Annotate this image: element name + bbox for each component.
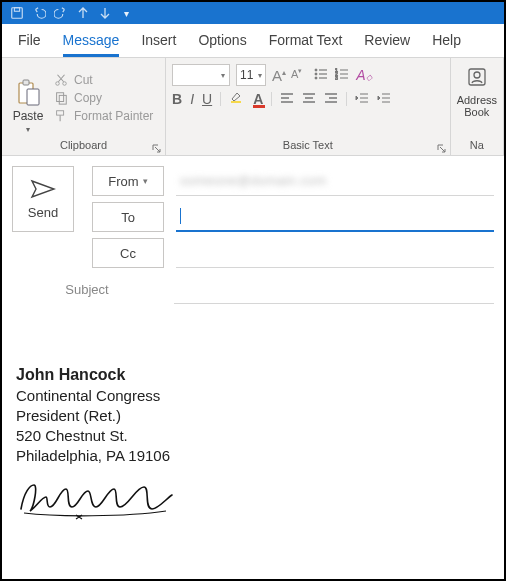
svg-rect-1	[14, 8, 19, 12]
chevron-down-icon: ▾	[143, 176, 148, 186]
tab-message[interactable]: Message	[63, 32, 120, 57]
from-button[interactable]: From ▾	[92, 166, 164, 196]
svg-point-5	[56, 82, 60, 86]
tab-options[interactable]: Options	[198, 32, 246, 57]
grow-font-icon[interactable]: A▴	[272, 67, 286, 84]
align-right-icon[interactable]	[324, 91, 338, 107]
copy-label: Copy	[74, 91, 102, 105]
shrink-font-icon[interactable]: A▾	[291, 67, 302, 84]
signature-line: 520 Chestnut St.	[16, 426, 490, 446]
svg-rect-8	[59, 95, 66, 104]
cc-label: Cc	[120, 246, 136, 261]
align-center-icon[interactable]	[302, 91, 316, 107]
ribbon: Paste ▾ Cut Copy Format Painter Clipboar…	[2, 58, 504, 156]
svg-rect-7	[57, 93, 64, 102]
cc-field[interactable]	[176, 238, 494, 268]
svg-point-6	[63, 82, 67, 86]
svg-rect-0	[12, 8, 23, 19]
from-field[interactable]: someone@domain.com	[176, 166, 494, 196]
signature-line: Continental Congress	[16, 386, 490, 406]
decrease-indent-icon[interactable]	[355, 91, 369, 107]
from-label: From	[108, 174, 138, 189]
ribbon-tabs: File Message Insert Options Format Text …	[2, 24, 504, 58]
svg-point-18	[474, 72, 480, 78]
font-size-value: 11	[240, 68, 253, 82]
bold-button[interactable]: B	[172, 91, 182, 107]
highlight-icon[interactable]	[229, 90, 245, 107]
names-group-label: Na	[470, 139, 484, 153]
tab-format-text[interactable]: Format Text	[269, 32, 343, 57]
chevron-down-icon: ▾	[258, 71, 262, 80]
format-painter-label: Format Painter	[74, 109, 153, 123]
message-body[interactable]: John Hancock Continental Congress Presid…	[2, 304, 504, 540]
copy-button[interactable]: Copy	[54, 91, 153, 105]
qat-customize-icon[interactable]: ▾	[124, 8, 129, 19]
cut-button[interactable]: Cut	[54, 73, 153, 87]
tab-insert[interactable]: Insert	[141, 32, 176, 57]
redo-icon[interactable]	[54, 6, 68, 20]
basic-text-group-label: Basic Text	[172, 139, 444, 153]
bullets-icon[interactable]	[314, 68, 328, 83]
send-button[interactable]: Send	[12, 166, 74, 232]
clear-formatting-icon[interactable]: A◇	[356, 67, 371, 83]
signature-image	[16, 477, 176, 526]
svg-point-10	[315, 69, 317, 71]
to-button[interactable]: To	[92, 202, 164, 232]
underline-button[interactable]: U	[202, 91, 212, 107]
font-size-combo[interactable]: 11 ▾	[236, 64, 266, 86]
tab-file[interactable]: File	[18, 32, 41, 57]
paste-label: Paste	[13, 109, 44, 123]
signature-line: Philadelphia, PA 19106	[16, 446, 490, 466]
align-left-icon[interactable]	[280, 91, 294, 107]
paste-button[interactable]: Paste ▾	[8, 62, 48, 134]
subject-label: Subject	[12, 282, 162, 297]
cc-button[interactable]: Cc	[92, 238, 164, 268]
chevron-down-icon[interactable]: ▾	[26, 125, 30, 134]
paste-icon	[15, 79, 41, 107]
tab-review[interactable]: Review	[364, 32, 410, 57]
to-label: To	[121, 210, 135, 225]
group-names: Address Book Na	[451, 58, 504, 155]
svg-rect-3	[23, 80, 29, 85]
subject-field[interactable]	[174, 274, 494, 304]
quick-access-toolbar: ▾	[2, 2, 504, 24]
svg-rect-4	[27, 89, 39, 105]
compose-header: Send From ▾ someone@domain.com To	[2, 156, 504, 304]
clipboard-group-label: Clipboard	[8, 139, 159, 153]
address-book-label: Address Book	[457, 94, 497, 118]
clipboard-dialog-launcher-icon[interactable]	[152, 142, 162, 152]
cut-label: Cut	[74, 73, 93, 87]
basic-text-dialog-launcher-icon[interactable]	[437, 142, 447, 152]
send-label: Send	[28, 205, 58, 220]
format-painter-button[interactable]: Format Painter	[54, 109, 153, 123]
signature-name: John Hancock	[16, 364, 490, 386]
font-name-combo[interactable]: ▾	[172, 64, 230, 86]
undo-icon[interactable]	[32, 6, 46, 20]
signature-line: President (Ret.)	[16, 406, 490, 426]
numbering-icon[interactable]: 123	[335, 68, 349, 83]
from-value: someone@domain.com	[180, 173, 326, 188]
font-color-icon[interactable]: A	[253, 91, 263, 107]
down-arrow-icon[interactable]	[98, 6, 112, 20]
svg-point-12	[315, 77, 317, 79]
svg-text:3: 3	[335, 75, 338, 80]
svg-rect-9	[57, 111, 64, 115]
group-basic-text: ▾ 11 ▾ A▴ A▾ 123 A◇ B I	[166, 58, 451, 155]
increase-indent-icon[interactable]	[377, 91, 391, 107]
svg-point-11	[315, 73, 317, 75]
italic-button[interactable]: I	[190, 91, 194, 107]
up-arrow-icon[interactable]	[76, 6, 90, 20]
svg-rect-16	[231, 101, 241, 103]
chevron-down-icon: ▾	[221, 71, 225, 80]
tab-help[interactable]: Help	[432, 32, 461, 57]
save-icon[interactable]	[10, 6, 24, 20]
to-field[interactable]	[176, 202, 494, 232]
address-book-icon[interactable]	[466, 66, 488, 91]
group-clipboard: Paste ▾ Cut Copy Format Painter Clipboar…	[2, 58, 166, 155]
text-cursor	[180, 208, 181, 224]
